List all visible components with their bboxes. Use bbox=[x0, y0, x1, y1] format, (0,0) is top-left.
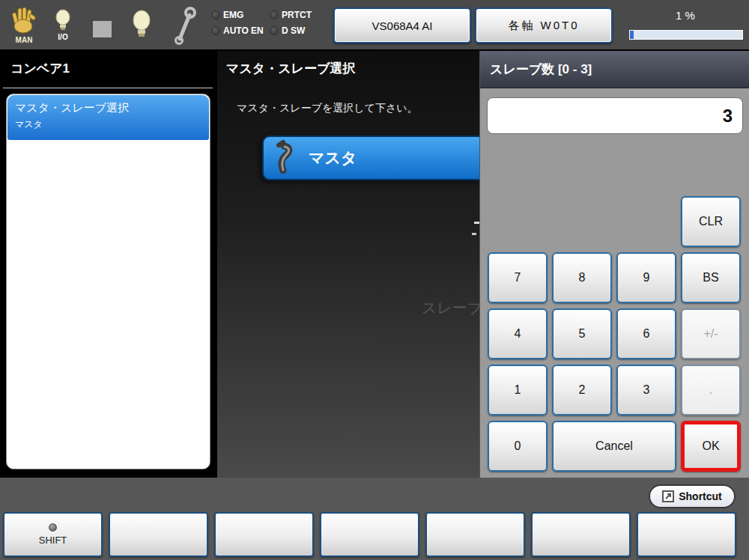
shift-label: SHIFT bbox=[39, 535, 67, 546]
function-key-7[interactable] bbox=[637, 512, 736, 557]
list-item-master-slave-select[interactable]: マスタ・スレーブ選択 マスタ bbox=[7, 95, 209, 140]
io-label: I/O bbox=[54, 33, 72, 41]
clipped-text-fragment bbox=[472, 233, 476, 235]
key-8[interactable]: 8 bbox=[552, 252, 612, 303]
emg-led-icon bbox=[211, 10, 220, 19]
slave-count-dialog: スレーブ数 [0 - 3] 3 CLR 7 8 9 BS 4 5 6 +/- 1… bbox=[479, 51, 749, 478]
mode-coordinate-button[interactable]: 各軸 W0T0 bbox=[475, 7, 613, 43]
left-panel-divider bbox=[3, 88, 213, 88]
speed-progress-bar bbox=[629, 30, 743, 40]
clipped-text-fragment bbox=[474, 222, 479, 224]
manual-mode-label: MAN bbox=[11, 36, 37, 44]
key-9[interactable]: 9 bbox=[616, 252, 676, 303]
master-button-label: マスタ bbox=[309, 147, 357, 168]
function-key-5[interactable] bbox=[425, 512, 525, 557]
d-sw-led-icon bbox=[270, 26, 279, 35]
key-2[interactable]: 2 bbox=[552, 365, 612, 416]
stop-square-icon bbox=[93, 21, 112, 37]
selection-prompt: マスタ・スレーブを選択して下さい。 bbox=[237, 102, 418, 115]
number-input-field[interactable]: 3 bbox=[487, 97, 743, 134]
robot-type-button[interactable]: VS068A4 AI bbox=[333, 7, 471, 43]
function-key-6[interactable] bbox=[531, 512, 631, 557]
auto-en-label: AUTO EN bbox=[223, 25, 264, 36]
ok-button[interactable]: OK bbox=[681, 421, 741, 472]
indicator-emg: EMG bbox=[211, 10, 270, 20]
slave-label-clipped: スレーブ bbox=[422, 298, 479, 318]
d-sw-label: D SW bbox=[282, 25, 305, 36]
shortcut-button[interactable]: Shortcut bbox=[649, 484, 736, 508]
dialog-title: スレーブ数 [0 - 3] bbox=[480, 51, 749, 88]
master-select-button[interactable]: マスタ bbox=[262, 136, 479, 180]
manual-mode-indicator: MAN bbox=[11, 6, 37, 44]
hand-icon bbox=[11, 24, 37, 37]
key-0[interactable]: 0 bbox=[488, 421, 548, 472]
prtct-led-icon bbox=[270, 10, 279, 19]
lamp-icon bbox=[130, 9, 153, 42]
robot-arm-icon bbox=[273, 139, 297, 177]
status-indicator-group: EMG PRTCT AUTO EN D SW bbox=[211, 10, 325, 36]
progress-fill bbox=[630, 31, 634, 39]
shortcut-label: Shortcut bbox=[679, 490, 722, 502]
function-key-3[interactable] bbox=[214, 512, 314, 557]
indicator-auto-en: AUTO EN bbox=[211, 25, 270, 36]
function-key-4[interactable] bbox=[320, 512, 419, 557]
cancel-button[interactable]: Cancel bbox=[552, 421, 676, 472]
key-6[interactable]: 6 bbox=[616, 308, 676, 359]
list-item-subtitle: マスタ bbox=[15, 118, 201, 131]
bs-button[interactable]: BS bbox=[681, 252, 741, 303]
key-7[interactable]: 7 bbox=[488, 252, 548, 303]
wrench-icon bbox=[172, 6, 198, 48]
emg-label: EMG bbox=[223, 10, 243, 20]
list-item-title: マスタ・スレーブ選択 bbox=[15, 101, 201, 115]
io-status: I/O bbox=[54, 9, 72, 41]
shift-led-icon bbox=[49, 523, 57, 532]
left-menu-panel: コンベア1 マスタ・スレーブ選択 マスタ bbox=[0, 51, 217, 478]
io-lamp-icon bbox=[54, 21, 72, 34]
speed-percentage: 1 % bbox=[626, 9, 745, 22]
key-3[interactable]: 3 bbox=[616, 365, 676, 416]
master-slave-select-panel: マスタ・スレーブ選択 マスタ・スレーブを選択して下さい。 マスタ スレーブ bbox=[217, 51, 479, 478]
shortcut-arrow-icon bbox=[662, 490, 674, 502]
key-5[interactable]: 5 bbox=[552, 308, 612, 359]
mid-panel-title: マスタ・スレーブ選択 bbox=[226, 60, 355, 77]
auto-en-led-icon bbox=[211, 26, 220, 35]
bottom-function-bar: Shortcut SHIFT bbox=[0, 478, 749, 560]
prtct-label: PRTCT bbox=[282, 10, 312, 20]
plus-minus-button[interactable]: +/- bbox=[681, 308, 741, 359]
function-key-shift[interactable]: SHIFT bbox=[3, 512, 103, 557]
clr-button[interactable]: CLR bbox=[681, 196, 741, 247]
indicator-d-sw: D SW bbox=[270, 25, 325, 36]
left-panel-title: コンベア1 bbox=[10, 60, 70, 77]
top-status-bar: MAN I/O EMG bbox=[0, 0, 749, 51]
key-4[interactable]: 4 bbox=[488, 308, 548, 359]
menu-list: マスタ・スレーブ選択 マスタ bbox=[6, 94, 210, 469]
key-1[interactable]: 1 bbox=[488, 365, 548, 416]
decimal-point-button[interactable]: . bbox=[681, 365, 741, 416]
indicator-prtct: PRTCT bbox=[270, 10, 325, 20]
function-key-2[interactable] bbox=[109, 512, 208, 557]
